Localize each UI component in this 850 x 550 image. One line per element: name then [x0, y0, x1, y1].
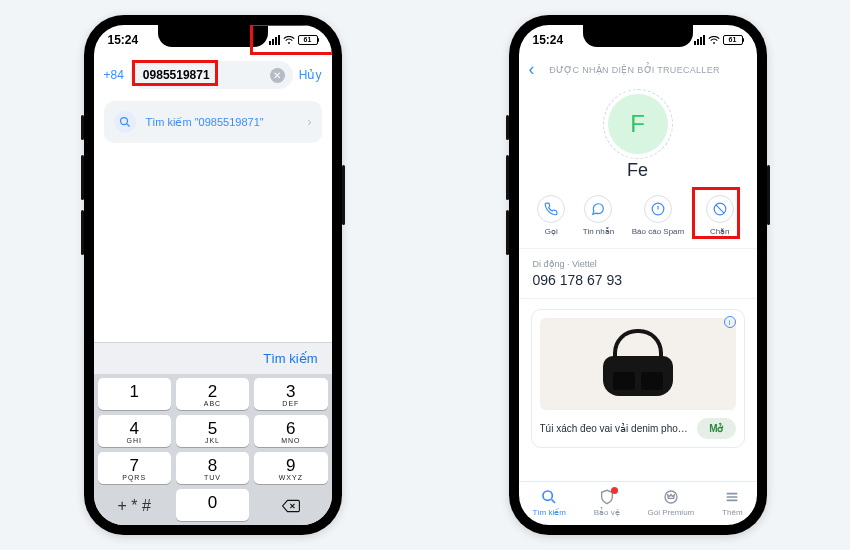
contact-name: Fe	[519, 160, 757, 181]
tab-label: Thêm	[722, 508, 742, 517]
shield-icon	[597, 488, 617, 506]
backspace-icon[interactable]	[254, 489, 327, 521]
numeric-keypad: 1 2ABC 3DEF 4GHI 5JKL 6MNO 7PQRS 8TUV 9W…	[94, 374, 332, 525]
message-label: Tin nhắn	[583, 227, 614, 236]
key-8[interactable]: 8TUV	[176, 452, 249, 484]
phone-number: 096 178 67 93	[533, 272, 743, 288]
spam-label: Báo cáo Spam	[632, 227, 684, 236]
search-icon	[539, 488, 559, 506]
avatar-initial: F	[630, 110, 645, 138]
key-6[interactable]: 6MNO	[254, 415, 327, 447]
block-label: Chặn	[710, 227, 730, 236]
battery-icon: 61	[298, 35, 318, 45]
key-2[interactable]: 2ABC	[176, 378, 249, 410]
search-bar: +84 0985519871 ✕ Hủy	[94, 55, 332, 95]
key-4[interactable]: 4GHI	[98, 415, 171, 447]
alert-icon	[644, 195, 672, 223]
detail-header: ĐƯỢC NHẬN DIỆN BỞI TRUECALLER	[541, 65, 729, 75]
chat-icon	[584, 195, 612, 223]
signal-icon	[269, 35, 280, 45]
menu-icon	[722, 488, 742, 506]
ad-card[interactable]: i Túi xách đeo vai vải denim phon... Mở	[531, 309, 745, 448]
crown-icon	[661, 488, 681, 506]
svg-point-0	[120, 118, 127, 125]
signal-icon	[694, 35, 705, 45]
key-7[interactable]: 7PQRS	[98, 452, 171, 484]
call-button[interactable]: Gọi	[537, 195, 565, 236]
wifi-icon	[283, 36, 295, 45]
ad-open-button[interactable]: Mở	[697, 418, 735, 439]
tab-search[interactable]: Tìm kiếm	[532, 488, 565, 517]
ad-info-icon[interactable]: i	[724, 316, 736, 328]
key-5[interactable]: 5JKL	[176, 415, 249, 447]
search-result-row[interactable]: Tìm kiếm "0985519871" ›	[104, 101, 322, 143]
search-result-text: Tìm kiếm "0985519871"	[146, 116, 298, 129]
clear-icon[interactable]: ✕	[270, 68, 285, 83]
block-icon	[706, 195, 734, 223]
phone-right: 15:24 61 ‹ ĐƯỢC NHẬN DIỆN BỞI TRUECALLER…	[509, 15, 767, 535]
phone-value: 0985519871	[138, 67, 215, 83]
battery-icon: 61	[723, 35, 743, 45]
phone-left: 15:24 61 +84 0985519871 ✕ Hủy Tìm kiếm "…	[84, 15, 342, 535]
number-label: Di động · Viettel	[533, 259, 743, 269]
tab-bar: Tìm kiếm Bảo vệ Gói Premium Thêm	[519, 481, 757, 525]
ad-title: Túi xách đeo vai vải denim phon...	[540, 423, 692, 434]
key-0[interactable]: 0	[176, 489, 249, 521]
search-icon	[114, 111, 136, 133]
key-symbols[interactable]: + * #	[98, 489, 171, 521]
key-1[interactable]: 1	[98, 378, 171, 410]
key-3[interactable]: 3DEF	[254, 378, 327, 410]
keyboard-search-button[interactable]: Tìm kiếm	[263, 351, 317, 366]
tab-premium[interactable]: Gói Premium	[648, 488, 695, 517]
svg-point-4	[665, 491, 677, 503]
tab-label: Bảo vệ	[594, 508, 620, 517]
cancel-button[interactable]: Hủy	[299, 68, 322, 82]
tab-label: Tìm kiếm	[532, 508, 565, 517]
back-button[interactable]: ‹	[529, 59, 535, 80]
chevron-right-icon: ›	[308, 115, 312, 129]
tab-label: Gói Premium	[648, 508, 695, 517]
message-button[interactable]: Tin nhắn	[583, 195, 614, 236]
ad-image	[540, 318, 736, 410]
phone-number-block[interactable]: Di động · Viettel 096 178 67 93	[519, 249, 757, 299]
status-time: 15:24	[108, 33, 139, 47]
avatar: F	[608, 94, 668, 154]
action-row: Gọi Tin nhắn Báo cáo Spam Chặn	[519, 195, 757, 249]
phone-icon	[537, 195, 565, 223]
phone-input[interactable]: 0985519871 ✕	[130, 61, 293, 89]
report-spam-button[interactable]: Báo cáo Spam	[632, 195, 684, 236]
badge-dot	[611, 487, 618, 494]
status-time: 15:24	[533, 33, 564, 47]
svg-point-3	[543, 491, 552, 500]
tab-more[interactable]: Thêm	[722, 488, 742, 517]
country-code[interactable]: +84	[104, 68, 124, 82]
tab-protect[interactable]: Bảo vệ	[594, 488, 620, 517]
block-button[interactable]: Chặn	[702, 195, 738, 236]
key-9[interactable]: 9WXYZ	[254, 452, 327, 484]
call-label: Gọi	[545, 227, 558, 236]
wifi-icon	[708, 36, 720, 45]
